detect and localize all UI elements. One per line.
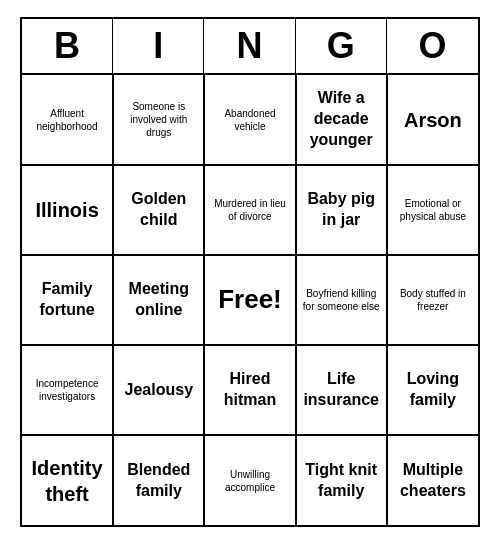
bingo-cell: Life insurance bbox=[296, 345, 387, 435]
bingo-card: BINGO Affluent neighborhoodSomeone is in… bbox=[20, 17, 480, 527]
bingo-cell: Boyfriend killing for someone else bbox=[296, 255, 387, 345]
bingo-cell: Family fortune bbox=[22, 255, 113, 345]
bingo-cell: Someone is involved with drugs bbox=[113, 75, 204, 165]
bingo-cell: Multiple cheaters bbox=[387, 435, 478, 525]
bingo-cell: Illinois bbox=[22, 165, 113, 255]
bingo-cell: Baby pig in jar bbox=[296, 165, 387, 255]
header-letter: I bbox=[113, 19, 204, 73]
bingo-cell: Blended family bbox=[113, 435, 204, 525]
bingo-grid: Affluent neighborhoodSomeone is involved… bbox=[22, 75, 478, 525]
bingo-cell: Body stuffed in freezer bbox=[387, 255, 478, 345]
bingo-cell: Loving family bbox=[387, 345, 478, 435]
header-letter: O bbox=[387, 19, 478, 73]
bingo-cell: Incompetence investigators bbox=[22, 345, 113, 435]
bingo-cell: Tight knit family bbox=[296, 435, 387, 525]
bingo-header: BINGO bbox=[22, 19, 478, 75]
bingo-cell: Hired hitman bbox=[204, 345, 295, 435]
bingo-cell: Golden child bbox=[113, 165, 204, 255]
bingo-cell: Murdered in lieu of divorce bbox=[204, 165, 295, 255]
bingo-cell: Emotional or physical abuse bbox=[387, 165, 478, 255]
header-letter: N bbox=[204, 19, 295, 73]
bingo-cell: Wife a decade younger bbox=[296, 75, 387, 165]
bingo-cell: Free! bbox=[204, 255, 295, 345]
bingo-cell: Arson bbox=[387, 75, 478, 165]
bingo-cell: Affluent neighborhood bbox=[22, 75, 113, 165]
bingo-cell: Abandoned vehicle bbox=[204, 75, 295, 165]
bingo-cell: Jealousy bbox=[113, 345, 204, 435]
bingo-cell: Identity theft bbox=[22, 435, 113, 525]
bingo-cell: Meeting online bbox=[113, 255, 204, 345]
header-letter: G bbox=[296, 19, 387, 73]
header-letter: B bbox=[22, 19, 113, 73]
bingo-cell: Unwilling accomplice bbox=[204, 435, 295, 525]
